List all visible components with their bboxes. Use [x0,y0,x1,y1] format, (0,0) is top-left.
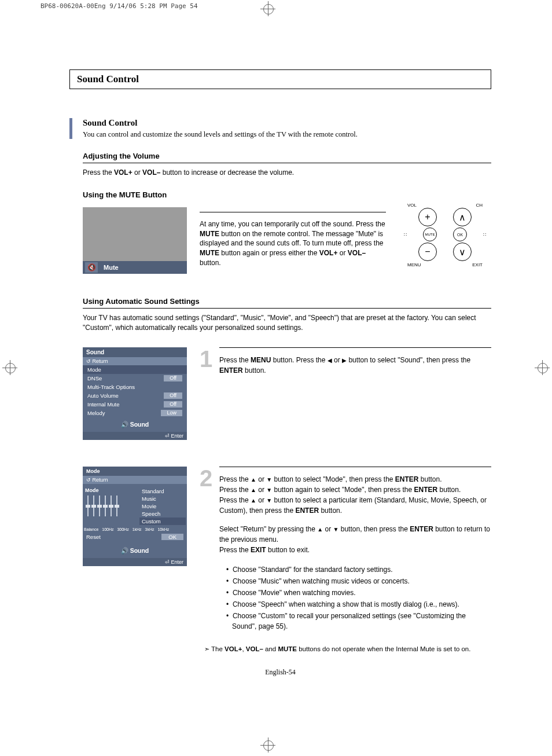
menu-enter-mode: ⏎ Enter [83,558,187,566]
crop-mark-icon [260,1,275,16]
up-arrow-icon: ▲ [251,475,256,484]
section-title: Sound Control [83,118,358,128]
sound-menu-screenshot: Sound ↺ Return Mode DNSeOff Multi-Track … [83,347,187,440]
down-arrow-icon: ▼ [266,475,272,484]
mode-bullet-list: • Choose "Standard" for the standard fac… [219,564,491,632]
remote-illustration: VOLCH + ∧ ∷ MUTE OK ∷ − ∨ MENUEXIT [399,207,491,262]
vol-plus-icon: + [418,208,437,226]
menu-return: ↺ Return [83,357,187,365]
menu-return-mode: ↺ Return [83,476,187,484]
page-footer: English-54 [69,668,491,677]
mute-icon: 🔇 [85,262,98,273]
menu-enter: ⏎ Enter [83,432,187,440]
step-number-1: 1 [200,347,217,440]
right-arrow-icon: ▶ [342,356,347,365]
speaker-icon: 🔊 [121,421,128,428]
crop-mark-icon [535,360,550,375]
step-1-text: Press the MENU button. Press the ◀ or ▶ … [219,347,491,440]
step-2-text: Press the ▲ or ▼ button to select "Mode"… [219,467,491,633]
mute-heading: Using the MUTE Button [83,190,491,201]
menu-title-mode: Mode [83,467,187,476]
mute-button-icon: MUTE [423,227,437,241]
mute-paragraph: At any time, you can temporarily cut off… [200,212,386,274]
auto-sound-heading: Using Automatic Sound Settings [83,297,491,309]
mode-menu-screenshot: Mode ↺ Return Mode [83,467,187,633]
step-number-2: 2 [200,467,217,633]
page-title: Sound Control [69,69,491,89]
note-icon: ➣ [204,645,209,652]
accent-bar [69,118,72,139]
ok-button-icon: OK [453,227,467,241]
ch-down-icon: ∨ [453,243,472,261]
left-arrow-icon: ◀ [327,356,332,365]
section-intro: You can control and customize the sound … [83,130,358,139]
adjusting-volume-heading: Adjusting the Volume [83,152,491,163]
mute-screenshot: 🔇 Mute [83,207,187,274]
menu-title: Sound [83,347,187,357]
vol-minus-icon: − [418,243,437,261]
adjusting-volume-text: Press the VOL+ or VOL– button to increas… [83,168,491,178]
print-crop-info: BP68-00620A-00Eng 9/14/06 5:28 PM Page 5… [41,2,198,10]
auto-sound-intro: Your TV has automatic sound settings ("S… [83,313,491,333]
speaker-icon: 🔊 [121,547,128,554]
mute-banner-label: Mute [104,264,119,271]
internal-mute-note: ➣ The VOL+, VOL– and MUTE buttons do not… [83,645,491,653]
mute-banner: 🔇 Mute [83,261,187,274]
ch-up-icon: ∧ [453,208,472,226]
crop-mark-icon [2,360,17,375]
